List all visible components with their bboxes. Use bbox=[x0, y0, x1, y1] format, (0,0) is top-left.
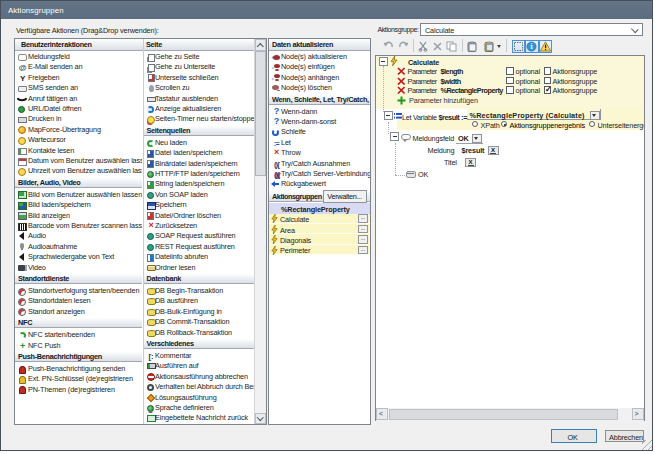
svg-text:i: i bbox=[531, 42, 533, 51]
